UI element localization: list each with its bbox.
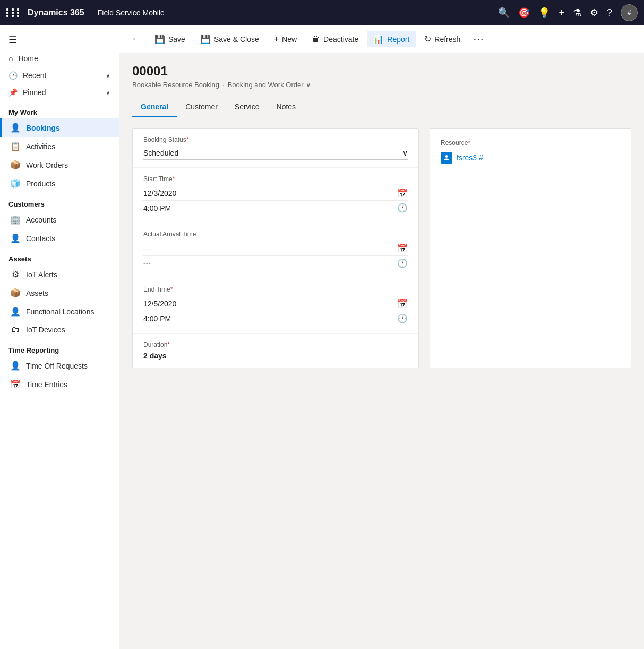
sidebar-item-recent[interactable]: 🕐 Recent ∨ (0, 67, 119, 84)
iot-devices-label: IoT Devices (26, 326, 65, 334)
recent-chevron-icon: ∨ (106, 72, 110, 79)
app-grid-icon[interactable] (6, 8, 21, 17)
booking-status-input[interactable]: Scheduled ∨ (143, 147, 408, 160)
time-off-label: Time Off Requests (26, 362, 88, 370)
pin-icon: 📌 (8, 88, 18, 97)
end-time-value: 4:00 PM (143, 314, 171, 323)
sidebar-item-contacts[interactable]: 👤 Contacts (0, 229, 119, 247)
save-label: Save (168, 35, 185, 44)
save-button[interactable]: 💾 Save (148, 31, 192, 47)
search-icon[interactable]: 🔍 (498, 7, 510, 19)
contacts-label: Contacts (26, 234, 55, 243)
breadcrumb: Bookable Resource Booking · Booking and … (132, 81, 631, 89)
booking-status-dropdown-icon[interactable]: ∨ (402, 149, 408, 157)
start-date-value: 12/3/2020 (143, 189, 176, 198)
settings-icon[interactable]: ⚙ (590, 7, 598, 19)
save-close-icon: 💾 (200, 34, 211, 44)
section-time-reporting: Time Reporting (0, 339, 119, 356)
section-customers: Customers (0, 193, 119, 210)
tab-general[interactable]: General (132, 97, 177, 117)
booking-status-field: Booking Status* Scheduled ∨ (133, 129, 418, 168)
filter-icon[interactable]: ⚗ (573, 7, 581, 19)
start-time-label: Start Time* (143, 175, 408, 183)
breadcrumb-view: Booking and Work Order (228, 81, 304, 89)
refresh-button[interactable]: ↻ Refresh (418, 31, 467, 47)
user-avatar[interactable]: # (621, 4, 638, 21)
toolbar: ← 💾 Save 💾 Save & Close + New 🗑 Deactiva… (119, 25, 644, 53)
arrival-time-clock-icon[interactable]: 🕐 (397, 258, 408, 268)
sidebar-item-home[interactable]: ⌂ Home (0, 50, 119, 67)
new-button[interactable]: + New (268, 31, 303, 47)
arrival-date-value: --- (143, 244, 151, 253)
sidebar-item-assets[interactable]: 📦 Assets (0, 284, 119, 302)
recent-icon: 🕐 (8, 71, 18, 80)
home-icon: ⌂ (8, 54, 13, 63)
sidebar-item-iot-devices[interactable]: 🗂 IoT Devices (0, 321, 119, 339)
functional-locations-label: Functional Locations (26, 308, 94, 316)
bookings-label: Bookings (26, 124, 60, 132)
work-orders-icon: 📦 (10, 160, 21, 170)
form-panel-left: Booking Status* Scheduled ∨ Start Time* (132, 128, 419, 368)
form-panel-right: Resource* fsres3 # (430, 128, 631, 368)
save-close-button[interactable]: 💾 Save & Close (194, 31, 265, 47)
sidebar-hamburger[interactable]: ☰ (0, 30, 119, 50)
sidebar-item-work-orders[interactable]: 📦 Work Orders (0, 156, 119, 174)
sidebar-item-activities[interactable]: 📋 Activities (0, 137, 119, 156)
sidebar-item-pinned[interactable]: 📌 Pinned ∨ (0, 84, 119, 101)
add-icon[interactable]: + (559, 7, 564, 19)
deactivate-button[interactable]: 🗑 Deactivate (305, 31, 365, 47)
start-date-calendar-icon[interactable]: 📅 (397, 188, 408, 198)
time-entries-label: Time Entries (26, 380, 67, 389)
save-close-label: Save & Close (214, 35, 259, 44)
tab-customer[interactable]: Customer (177, 97, 226, 117)
refresh-icon: ↻ (424, 34, 431, 44)
record-id: 00001 (132, 64, 631, 79)
arrival-date-calendar-icon[interactable]: 📅 (397, 243, 408, 253)
more-options-button[interactable]: ⋯ (469, 30, 488, 49)
accounts-icon: 🏢 (10, 215, 21, 225)
lightbulb-icon[interactable]: 💡 (538, 7, 550, 19)
main-layout: ☰ ⌂ Home 🕐 Recent ∨ 📌 Pinned ∨ My Work 👤… (0, 25, 644, 649)
bookings-icon: 👤 (10, 123, 21, 133)
section-my-work: My Work (0, 101, 119, 118)
sidebar-item-products[interactable]: 🧊 Products (0, 174, 119, 193)
tabs: General Customer Service Notes (132, 97, 631, 117)
breadcrumb-separator: · (222, 81, 225, 89)
duration-field: Duration* 2 days (133, 334, 418, 368)
nav-icons: 🔍 🎯 💡 + ⚗ ⚙ ? # (498, 4, 638, 21)
breadcrumb-view-dropdown[interactable]: Booking and Work Order ∨ (228, 81, 311, 89)
end-date-calendar-icon[interactable]: 📅 (397, 298, 408, 309)
resource-link[interactable]: fsres3 # (441, 152, 620, 164)
deactivate-icon: 🗑 (312, 35, 320, 44)
sidebar-item-accounts[interactable]: 🏢 Accounts (0, 210, 119, 229)
tab-service[interactable]: Service (226, 97, 268, 117)
start-time-clock-icon[interactable]: 🕐 (397, 203, 408, 213)
sidebar-item-functional-locations[interactable]: 👤 Functional Locations (0, 302, 119, 321)
brand-name[interactable]: Dynamics 365 (28, 8, 91, 18)
assets-icon: 📦 (10, 288, 21, 298)
sidebar-item-time-entries[interactable]: 📅 Time Entries (0, 375, 119, 394)
sidebar: ☰ ⌂ Home 🕐 Recent ∨ 📌 Pinned ∨ My Work 👤… (0, 25, 119, 649)
target-icon[interactable]: 🎯 (518, 7, 530, 19)
sidebar-item-iot-alerts[interactable]: ⚙ IoT Alerts (0, 265, 119, 284)
back-button[interactable]: ← (126, 30, 146, 48)
app-name: Field Service Mobile (98, 8, 492, 17)
top-navigation: Dynamics 365 Field Service Mobile 🔍 🎯 💡 … (0, 0, 644, 25)
end-time-clock-icon[interactable]: 🕐 (397, 313, 408, 323)
report-button[interactable]: 📊 Report (367, 31, 416, 47)
pinned-chevron-icon: ∨ (106, 89, 110, 96)
products-icon: 🧊 (10, 178, 21, 189)
tab-notes[interactable]: Notes (268, 97, 305, 117)
help-icon[interactable]: ? (607, 7, 612, 19)
resource-label: Resource* (441, 139, 620, 147)
iot-alerts-icon: ⚙ (10, 269, 21, 279)
resource-icon (441, 152, 452, 164)
arrival-time-row: --- 🕐 (143, 256, 408, 270)
end-date-row: 12/5/2020 📅 (143, 296, 408, 311)
sidebar-item-bookings[interactable]: 👤 Bookings (0, 118, 119, 137)
start-time-value: 4:00 PM (143, 204, 171, 212)
time-off-icon: 👤 (10, 361, 21, 371)
start-time-row: 4:00 PM 🕐 (143, 201, 408, 215)
actual-arrival-label: Actual Arrival Time (143, 230, 408, 238)
sidebar-item-time-off[interactable]: 👤 Time Off Requests (0, 356, 119, 375)
